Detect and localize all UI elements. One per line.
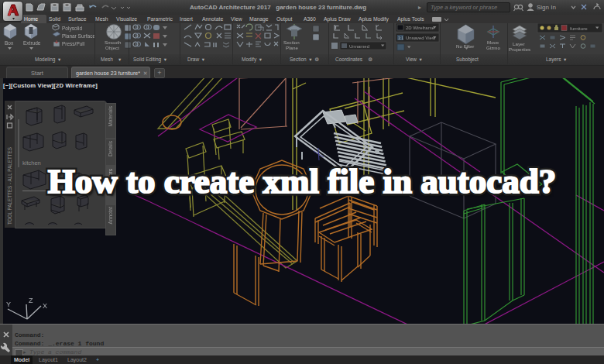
svg-text:Object: Object bbox=[105, 45, 119, 50]
svg-text:Layer: Layer bbox=[513, 41, 524, 46]
svg-text:Y: Y bbox=[6, 300, 11, 308]
svg-text:1:1: 1:1 bbox=[398, 36, 403, 40]
svg-text:X: X bbox=[43, 302, 47, 310]
svg-text:Smooth: Smooth bbox=[105, 39, 122, 45]
svg-text:Gizmo: Gizmo bbox=[486, 45, 500, 50]
svg-text:No Filter: No Filter bbox=[456, 43, 474, 49]
svg-text:furniture: furniture bbox=[570, 26, 588, 31]
svg-text:Plane: Plane bbox=[286, 45, 298, 50]
svg-text:Section: Section bbox=[283, 39, 300, 45]
svg-text:Unsaved View: Unsaved View bbox=[406, 36, 436, 40]
svg-text:Box: Box bbox=[5, 40, 14, 46]
svg-text:2D Wireframe: 2D Wireframe bbox=[406, 26, 435, 30]
svg-text:Move: Move bbox=[487, 39, 499, 45]
svg-text:Planar Surface: Planar Surface bbox=[62, 33, 95, 39]
svg-text:Polysolid: Polysolid bbox=[62, 26, 82, 32]
svg-text:Sign In: Sign In bbox=[537, 4, 556, 11]
svg-text:Unnamed: Unnamed bbox=[349, 44, 369, 49]
svg-text:Extrude: Extrude bbox=[23, 40, 41, 46]
svg-text:Properties: Properties bbox=[509, 46, 530, 52]
svg-text:Z: Z bbox=[29, 297, 33, 304]
svg-text:Press/Pull: Press/Pull bbox=[62, 41, 85, 46]
